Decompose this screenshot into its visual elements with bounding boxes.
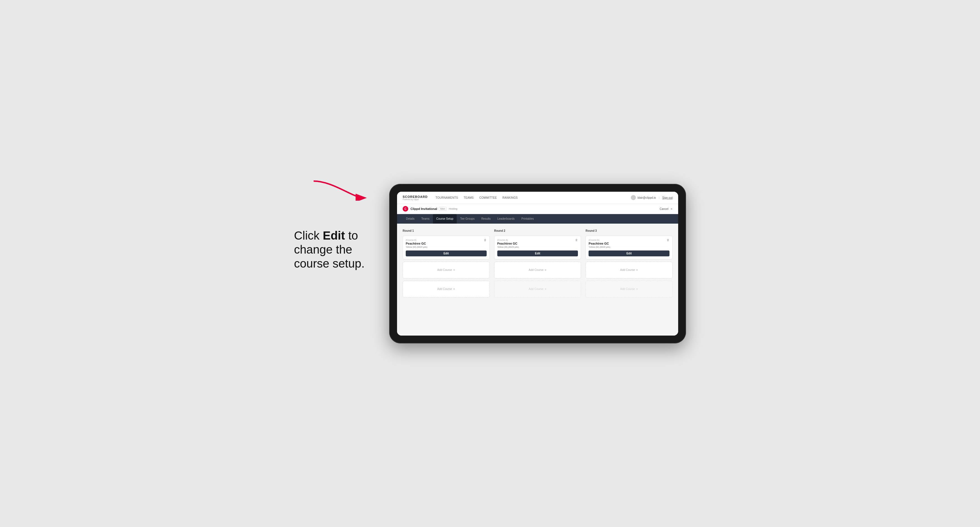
main-content: Round 1 🗑 (Course A) Peachtree GC Yellow… bbox=[397, 224, 678, 336]
round-1-label: Round 1 bbox=[402, 229, 490, 232]
tab-printables[interactable]: Printables bbox=[518, 214, 537, 224]
rounds-grid: Round 1 🗑 (Course A) Peachtree GC Yellow… bbox=[402, 229, 673, 297]
round-3-column: Round 3 🗑 (Course A) Peachtree GC Yellow… bbox=[585, 229, 673, 297]
tab-course-setup[interactable]: Course Setup bbox=[433, 214, 457, 224]
logo-title: SCOREBOARD bbox=[402, 195, 428, 198]
cancel-section: Cancel ✕ bbox=[660, 207, 673, 211]
add-course-label-r2-1: Add Course bbox=[529, 268, 544, 271]
add-course-r2-1[interactable]: Add Course + bbox=[494, 262, 581, 278]
tournament-logo: C bbox=[402, 206, 408, 211]
tablet-frame: SCOREBOARD Powered by clippd TOURNAMENTS… bbox=[389, 184, 686, 343]
app-navbar: SCOREBOARD Powered by clippd TOURNAMENTS… bbox=[397, 192, 678, 204]
round-3-label: Round 3 bbox=[585, 229, 673, 232]
cancel-button[interactable]: Cancel bbox=[660, 207, 668, 211]
plus-icon-r1-1: + bbox=[453, 268, 455, 272]
edit-button-r3[interactable]: Edit bbox=[589, 251, 670, 256]
course-detail-r2: Yellow (M) (6629 yds) bbox=[497, 246, 578, 248]
nav-rankings[interactable]: RANKINGS bbox=[502, 196, 518, 199]
nav-committee[interactable]: COMMITTEE bbox=[479, 196, 497, 199]
tablet-screen: SCOREBOARD Powered by clippd TOURNAMENTS… bbox=[397, 192, 678, 336]
round-2-label: Round 2 bbox=[494, 229, 581, 232]
arrow-icon bbox=[311, 178, 367, 201]
plus-icon-r2-1: + bbox=[545, 268, 547, 272]
tab-details[interactable]: Details bbox=[402, 214, 418, 224]
course-label-r3: (Course A) bbox=[589, 239, 670, 241]
round-2-column: Round 2 🗑 (Course A) Peachtree GC Yellow… bbox=[494, 229, 581, 297]
add-course-label-r1-1: Add Course bbox=[437, 268, 452, 271]
course-name-r1: Peachtree GC bbox=[406, 242, 487, 245]
add-course-r3-2: Add Course + bbox=[585, 281, 673, 297]
plus-icon-r1-2: + bbox=[453, 287, 455, 291]
annotation-line: Click Edit tochange thecourse setup. bbox=[294, 229, 372, 271]
user-email: blair@clippd.io bbox=[638, 196, 656, 199]
course-name-r2: Peachtree GC bbox=[497, 242, 578, 245]
tab-bar: Details Teams Course Setup Tee Groups Re… bbox=[397, 214, 678, 224]
gender-badge: Men bbox=[439, 207, 447, 211]
add-course-r2-2: Add Course + bbox=[494, 281, 581, 297]
add-course-label-r3-1: Add Course bbox=[620, 268, 635, 271]
course-label-r2: (Course A) bbox=[497, 239, 578, 241]
main-nav: TOURNAMENTS TEAMS COMMITTEE RANKINGS bbox=[435, 196, 630, 199]
nav-teams[interactable]: TEAMS bbox=[464, 196, 474, 199]
add-course-r1-1[interactable]: Add Course + bbox=[402, 262, 490, 278]
add-course-label-r1-2: Add Course bbox=[437, 287, 452, 290]
divider: | bbox=[659, 196, 660, 199]
nav-tournaments[interactable]: TOURNAMENTS bbox=[435, 196, 458, 199]
delete-icon-r3[interactable]: 🗑 bbox=[666, 238, 670, 242]
plus-icon-r3-2: + bbox=[636, 287, 638, 291]
tab-tee-groups[interactable]: Tee Groups bbox=[457, 214, 478, 224]
course-detail-r3: Yellow (M) (6629 yds) bbox=[589, 246, 670, 248]
tab-results[interactable]: Results bbox=[478, 214, 494, 224]
sign-out-link[interactable]: Sign out bbox=[662, 196, 673, 199]
delete-icon-r2[interactable]: 🗑 bbox=[574, 238, 579, 242]
tournament-name: Clippd Invitational bbox=[410, 207, 437, 211]
page-wrapper: Click Edit tochange thecourse setup. SCO… bbox=[294, 184, 686, 343]
delete-icon-r1[interactable]: 🗑 bbox=[483, 238, 487, 242]
round-1-course-card: 🗑 (Course A) Peachtree GC Yellow (M) (66… bbox=[402, 236, 490, 259]
hosting-status: Hosting bbox=[449, 207, 458, 210]
tab-leaderboards[interactable]: Leaderboards bbox=[494, 214, 518, 224]
cancel-x[interactable]: ✕ bbox=[670, 207, 673, 211]
nav-right: blair@clippd.io | Sign out bbox=[631, 195, 673, 200]
tournament-bar: C Clippd Invitational Men Hosting Cancel… bbox=[397, 204, 678, 214]
logo-subtitle: Powered by clippd bbox=[402, 198, 428, 200]
add-course-r3-1[interactable]: Add Course + bbox=[585, 262, 673, 278]
round-1-column: Round 1 🗑 (Course A) Peachtree GC Yellow… bbox=[402, 229, 490, 297]
round-2-course-card: 🗑 (Course A) Peachtree GC Yellow (M) (66… bbox=[494, 236, 581, 259]
add-course-r1-2[interactable]: Add Course + bbox=[402, 281, 490, 297]
course-label-r1: (Course A) bbox=[406, 239, 487, 241]
round-3-course-card: 🗑 (Course A) Peachtree GC Yellow (M) (66… bbox=[585, 236, 673, 259]
plus-icon-r2-2: + bbox=[545, 287, 547, 291]
course-detail-r1: Yellow (M) (6629 yds) bbox=[406, 246, 487, 248]
scoreboard-logo: SCOREBOARD Powered by clippd bbox=[402, 195, 428, 200]
tab-teams[interactable]: Teams bbox=[418, 214, 433, 224]
avatar bbox=[631, 195, 636, 200]
annotation-text: Click Edit tochange thecourse setup. bbox=[294, 184, 372, 271]
plus-icon-r3-1: + bbox=[636, 268, 638, 272]
annotation-bold: Edit bbox=[323, 229, 345, 242]
edit-button-r1[interactable]: Edit bbox=[406, 251, 487, 256]
course-name-r3: Peachtree GC bbox=[589, 242, 670, 245]
add-course-label-r3-2: Add Course bbox=[620, 287, 635, 290]
add-course-label-r2-2: Add Course bbox=[529, 287, 544, 290]
edit-button-r2[interactable]: Edit bbox=[497, 251, 578, 256]
